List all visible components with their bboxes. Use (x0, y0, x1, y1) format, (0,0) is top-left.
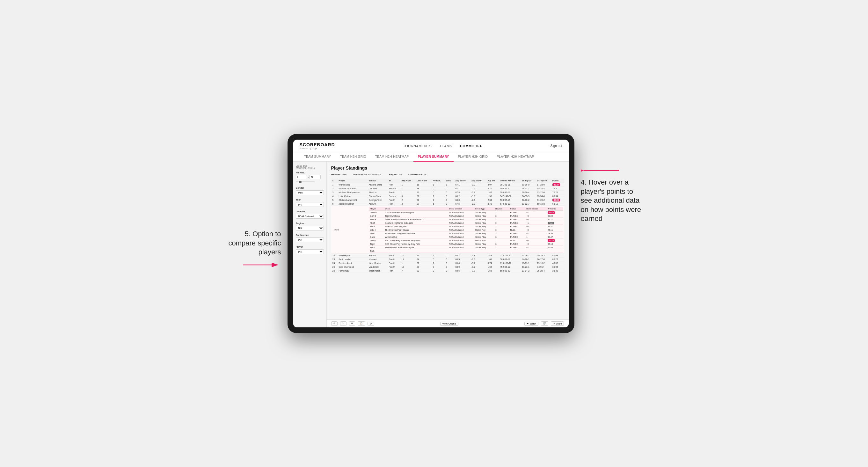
col-avg-sg: Avg SG (486, 179, 499, 183)
no-rds-max-input[interactable] (310, 175, 321, 179)
no-rds-slider[interactable] (296, 181, 315, 182)
tablet-frame: SCOREBOARD Powered by clippi TOURNAMENTS… (287, 134, 575, 333)
expanded-inner-table: PlayerEventEvent DivisionEvent TypeRound… (369, 207, 563, 253)
table-row: 25Cole SherwoodVanderbiltFourth12230068.… (331, 265, 564, 269)
sub-nav-team-h2h-grid[interactable]: TEAM H2H GRID (336, 152, 371, 162)
sidebar-conference: Conference (All) ACC (296, 234, 324, 242)
right-annotation: 4. Hover over a player's points to see a… (575, 134, 645, 223)
bottom-toolbar: ↺ ↻ ⧉ 📋 ⏱ View: Original (327, 319, 569, 328)
table-row: 22Ian GilliganFloridaThird10241068.7-0.8… (331, 254, 564, 257)
expanded-table-row: TigerSEC Stroke Play hosted by Jerry Pat… (369, 242, 563, 246)
tablet-screen: SCOREBOARD Powered by clippi TOURNAMENTS… (293, 139, 569, 328)
col-school: School (368, 179, 388, 183)
nav-tournaments[interactable]: TOURNAMENTS (403, 144, 432, 148)
division-select[interactable]: NCAA Division I NCAA Division II (296, 214, 324, 219)
expanded-table-row: Jacob LUNCW Seahawk IntercollegiateNCAA … (369, 211, 563, 214)
left-annotation: 5. Option to compare specific players (224, 134, 287, 270)
sign-out-link[interactable]: Sign out (551, 144, 562, 148)
logo-text: SCOREBOARD (300, 142, 335, 147)
toolbar-left: ↺ ↻ ⧉ 📋 ⏱ (331, 321, 374, 326)
expanded-table-row: MattlMirabel Maui Jim IntercollegiateNCA… (369, 246, 563, 249)
filter-conference: Conference: All (408, 173, 426, 176)
sub-nav-team-summary[interactable]: TEAM SUMMARY (300, 152, 336, 162)
logo-area: SCOREBOARD Powered by clippi (300, 142, 335, 150)
standings-table: # Player School Yr Reg Rank Conf Rank No… (331, 179, 564, 273)
view-original-button[interactable]: View: Original (440, 322, 458, 326)
content-area: Player Standings Gender: Men Division: N… (327, 162, 569, 319)
expanded-table-row: DavidWilliams CupNCAA Division IStroke P… (369, 235, 563, 239)
expanded-table-row: Toch (369, 249, 563, 253)
table-row: 5Christo LamprechtGeorgia TechFourth2212… (331, 198, 564, 202)
page-title: Player Standings (331, 165, 564, 170)
col-avg-par: Avg to Par (470, 179, 487, 183)
feedback-button[interactable]: 💬 (541, 321, 548, 326)
conference-select[interactable]: (All) ACC (296, 238, 324, 242)
year-select[interactable]: (All) First Second (296, 202, 324, 207)
nav-links: TOURNAMENTS TEAMS COMMITTEE (403, 144, 482, 148)
player-select[interactable]: (All) (296, 249, 324, 254)
toolbar-right: 👁 Watch 💬 ↗ Share (524, 321, 564, 326)
redo-button[interactable]: ↻ (340, 321, 346, 326)
sub-nav: TEAM SUMMARY TEAM H2H GRID TEAM H2H HEAT… (293, 152, 569, 162)
filter-gender: Gender: Men (331, 173, 346, 176)
table-row: 4Luke ClatonFlorida StateSecond5272068.2… (331, 194, 564, 198)
logo-sub: Powered by clippi (300, 147, 335, 150)
table-row: 24Bastien AmatNew MexicoFourth1272069.4-… (331, 261, 564, 265)
col-overall-record: Overall Record (499, 179, 521, 183)
w-points-badge[interactable]: 60.64 (548, 211, 555, 214)
col-player: Player (337, 179, 367, 183)
main-content: Update time: 27/01/2024 16:56:26 No Rds.… (293, 162, 569, 328)
expanded-table-row: Jake IThe Cypress Point ClassicNCAA Divi… (369, 228, 563, 232)
sidebar-no-rds: No Rds. - (296, 171, 324, 183)
undo-button[interactable]: ↺ (331, 321, 338, 326)
col-adj-score: Adj. Score (454, 179, 470, 183)
sub-nav-player-h2h-heatmap[interactable]: PLAYER H2H HEATMAP (492, 152, 538, 162)
sidebar-year: Year (All) First Second (296, 198, 324, 207)
copy-button[interactable]: ⧉ (349, 321, 355, 326)
sidebar-player: Player (All) (296, 245, 324, 254)
expanded-table-row: Bren EWake Forest Invitational at Pinehu… (369, 218, 563, 221)
filter-region: Region: All (389, 173, 401, 176)
watch-button[interactable]: 👁 Watch (524, 322, 538, 326)
table-row: 1Wenyi DingArizona StateFirst1151167.1-3… (331, 183, 564, 187)
points-badge[interactable]: 88.27 (552, 183, 560, 186)
nav-bar: SCOREBOARD Powered by clippi TOURNAMENTS… (293, 139, 569, 152)
table-row: 26Petr HrubyWashingtonFifth7230068.6-1.8… (331, 269, 564, 273)
col-yr: Yr (388, 179, 400, 183)
table-row: 2Michael La SassoOle MissSecond1180067.1… (331, 187, 564, 191)
expanded-table-row: Gort BTiger InvitationalNCAA Division IS… (369, 214, 563, 218)
sidebar: Update time: 27/01/2024 16:56:26 No Rds.… (293, 162, 327, 328)
col-points: Points (551, 179, 564, 183)
sidebar-gender: Gender Men Women All (296, 186, 324, 195)
filter-bar: Gender: Men Division: NCAA Division I Re… (331, 173, 564, 176)
sub-nav-player-h2h-grid[interactable]: PLAYER H2H GRID (454, 152, 493, 162)
update-time: Update time: 27/01/2024 16:56:26 (296, 165, 324, 169)
col-reg-rank: Reg Rank (400, 179, 415, 183)
expanded-table-row: Alex CFallen Oak Collegiate Invitational… (369, 232, 563, 235)
nav-teams[interactable]: TEAMS (439, 144, 452, 148)
region-select[interactable]: N/A All (296, 226, 324, 230)
col-wins: Wins (445, 179, 454, 183)
nav-committee[interactable]: COMMITTEE (460, 144, 483, 148)
filter-division: Division: NCAA Division I (353, 173, 382, 176)
sub-nav-player-summary[interactable]: PLAYER SUMMARY (413, 152, 454, 162)
sub-nav-team-h2h-heatmap[interactable]: TEAM H2H HEATMAP (371, 152, 413, 162)
table-row: 23Jack LundinMissouriFourth11240068.5-2.… (331, 257, 564, 261)
points-badge[interactable]: 80.89 (552, 198, 560, 201)
nav-right: Sign out (551, 144, 562, 148)
col-no-rds: No Rds. (432, 179, 445, 183)
col-vs-top50: Vs Top 50 (536, 179, 551, 183)
col-rank: # (331, 179, 338, 183)
view-original-btn[interactable]: View: Original (440, 322, 458, 326)
gender-select[interactable]: Men Women All (296, 190, 324, 195)
expanded-table-row: Luke ISEC Match Play hosted by Jerry Pat… (369, 239, 563, 242)
share-button[interactable]: ↗ Share (551, 321, 564, 326)
table-row: 6Jackson KoivanAuburnFirst2275067.5-2.02… (331, 202, 564, 206)
no-rds-min-input[interactable] (296, 175, 307, 179)
paste-button[interactable]: 📋 (358, 321, 365, 326)
col-conf-rank: Conf Rank (415, 179, 432, 183)
table-row: 3Michael ThorbjornsenStanfordFourth12100… (331, 191, 564, 194)
sidebar-region: Region N/A All (296, 222, 324, 230)
expanded-table-row: PhichSouthern Highlands CollegiateNCAA D… (369, 221, 563, 225)
timer-button[interactable]: ⏱ (368, 322, 374, 326)
